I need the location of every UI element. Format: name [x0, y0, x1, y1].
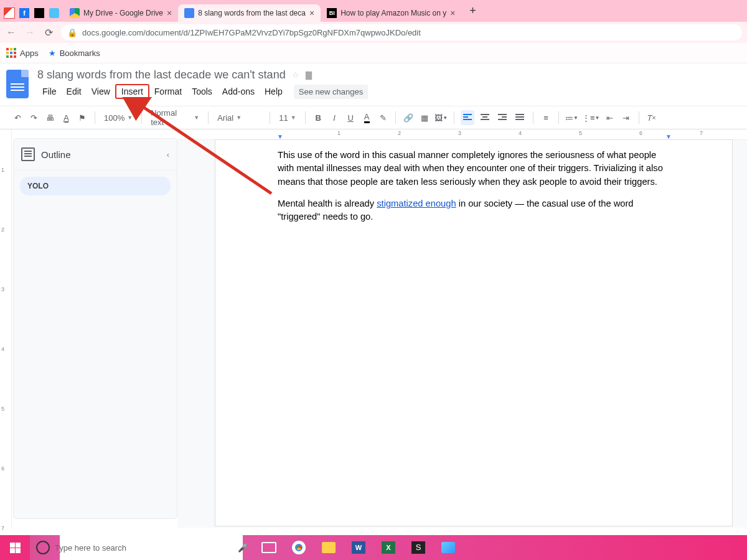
underline-button[interactable]: U: [344, 110, 357, 125]
styles-dropdown[interactable]: Normal text▼: [148, 108, 202, 127]
menu-edit[interactable]: Edit: [62, 84, 87, 99]
see-new-changes[interactable]: See new changes: [294, 85, 368, 99]
lock-icon: 🔒: [67, 28, 77, 37]
menu-file[interactable]: File: [37, 84, 62, 99]
hyperlink[interactable]: stigmatized enough: [377, 198, 456, 208]
address-bar: ← → ⟳ 🔒 docs.google.com/document/d/1ZPIw…: [0, 22, 747, 43]
insert-image-button[interactable]: 🖼▼: [435, 110, 448, 125]
taskbar-app-explorer[interactable]: [314, 535, 344, 560]
taskbar-app-generic[interactable]: S: [403, 535, 433, 560]
clear-formatting-button[interactable]: T×: [646, 110, 658, 125]
microphone-icon[interactable]: 🎤: [238, 543, 248, 553]
outline-item[interactable]: YOLO: [20, 177, 171, 195]
page-content[interactable]: This use of the word in this casual mann…: [215, 140, 676, 245]
photos-icon: [441, 542, 455, 553]
tab-docs[interactable]: 8 slang words from the last deca ×: [178, 4, 321, 22]
line-spacing-button[interactable]: ≡: [540, 110, 552, 125]
windows-logo-icon: [10, 543, 21, 553]
spellcheck-button[interactable]: A̲: [60, 110, 72, 125]
insert-link-button[interactable]: 🔗: [402, 110, 415, 125]
undo-button[interactable]: ↶: [11, 110, 24, 125]
bold-button[interactable]: B: [312, 110, 324, 125]
pinned-tab-app2[interactable]: [49, 4, 63, 22]
start-button[interactable]: [0, 535, 30, 560]
tab-drive[interactable]: My Drive - Google Drive ×: [63, 4, 178, 22]
pinned-tab-facebook[interactable]: f: [19, 4, 34, 22]
numbered-list-button[interactable]: ≔▼: [565, 110, 578, 125]
work-area: 1 2 3 4 5 6 7 Outline ‹ YOLO ▼ 1 2 3 4 5…: [0, 129, 747, 528]
redo-button[interactable]: ↷: [27, 110, 40, 125]
highlight-button[interactable]: ✎: [377, 110, 389, 125]
bulleted-list-button[interactable]: ⋮≡▼: [582, 110, 600, 125]
cortana-icon: [36, 541, 50, 554]
new-tab-button[interactable]: +: [465, 4, 480, 17]
collapse-outline-icon[interactable]: ‹: [167, 150, 169, 159]
menu-format[interactable]: Format: [149, 84, 187, 99]
pinned-tab-gmail[interactable]: [4, 4, 19, 22]
document-title[interactable]: 8 slang words from the last decade we ca…: [37, 68, 286, 82]
outline-title: Outline: [41, 149, 161, 160]
insert-comment-button[interactable]: ▦: [418, 110, 431, 125]
move-folder-icon[interactable]: ▇: [306, 70, 312, 80]
url-text: docs.google.com/document/d/1ZPIwEH7GPaM2…: [82, 28, 421, 37]
align-center-button[interactable]: [478, 110, 492, 125]
zoom-dropdown[interactable]: 100%▼: [101, 113, 135, 123]
increase-indent-button[interactable]: ⇥: [620, 110, 632, 125]
url-field[interactable]: 🔒 docs.google.com/document/d/1ZPIwEH7GPa…: [61, 24, 742, 40]
app-icon: S: [411, 541, 425, 554]
taskview-icon: [261, 542, 276, 553]
tab-title: My Drive - Google Drive: [83, 9, 163, 17]
task-view-button[interactable]: [254, 535, 284, 560]
paragraph[interactable]: Mental health is already stigmatized eno…: [278, 197, 664, 224]
pinned-tab-app1[interactable]: [34, 4, 49, 22]
document-page[interactable]: This use of the word in this casual mann…: [215, 139, 733, 526]
align-left-button[interactable]: [461, 110, 474, 125]
menu-addons[interactable]: Add-ons: [217, 84, 260, 99]
taskbar-app-excel[interactable]: X: [374, 535, 403, 560]
taskbar-app-word[interactable]: W: [344, 535, 374, 560]
taskbar-app-chrome[interactable]: [284, 535, 314, 560]
docs-icon: [184, 8, 194, 18]
bookmarks-shortcut[interactable]: ★ Bookmarks: [49, 49, 100, 58]
menu-bar: File Edit View Insert Format Tools Add-o…: [37, 84, 368, 99]
reload-button[interactable]: ⟳: [42, 27, 55, 39]
italic-button[interactable]: I: [328, 110, 341, 125]
align-right-button[interactable]: [496, 110, 509, 125]
search-placeholder: Type here to search: [55, 543, 126, 553]
outline-icon: [21, 147, 35, 161]
back-button[interactable]: ←: [5, 27, 17, 38]
print-button[interactable]: 🖶: [44, 110, 56, 125]
decrease-indent-button[interactable]: ⇤: [604, 110, 616, 125]
paragraph[interactable]: This use of the word in this casual mann…: [278, 149, 664, 189]
close-icon[interactable]: ×: [309, 8, 314, 18]
vertical-ruler: 1 2 3 4 5 6 7: [0, 129, 12, 528]
menu-help[interactable]: Help: [260, 84, 288, 99]
taskbar-app-photos[interactable]: [433, 535, 463, 560]
close-icon[interactable]: ×: [450, 8, 455, 18]
folder-icon: [322, 542, 336, 553]
chrome-icon: [292, 541, 306, 554]
apps-label: Apps: [20, 49, 39, 58]
menu-view[interactable]: View: [87, 84, 115, 99]
taskbar-search[interactable]: Type here to search 🎤: [30, 535, 254, 560]
text-color-button[interactable]: A: [360, 110, 373, 125]
star-document-icon[interactable]: ☆: [292, 70, 299, 80]
formatting-toolbar: ↶ ↷ 🖶 A̲ ⚑ 100%▼ Normal text▼ Arial▼ 11▼…: [0, 106, 747, 129]
gmail-icon: [4, 7, 15, 19]
windows-taskbar: Type here to search 🎤 W X S: [0, 535, 747, 560]
docs-logo-icon[interactable]: [6, 70, 29, 98]
word-icon: W: [352, 541, 365, 554]
app-icon: [49, 8, 59, 18]
close-icon[interactable]: ×: [167, 8, 172, 18]
facebook-icon: f: [19, 8, 29, 18]
menu-tools[interactable]: Tools: [187, 84, 217, 99]
paint-format-button[interactable]: ⚑: [76, 110, 88, 125]
tab-bi[interactable]: BI How to play Amazon Music on y ×: [321, 4, 461, 22]
forward-button[interactable]: →: [24, 27, 36, 38]
fontsize-dropdown[interactable]: 11▼: [276, 113, 299, 123]
menu-insert[interactable]: Insert: [115, 84, 149, 99]
apps-shortcut[interactable]: Apps: [6, 48, 39, 58]
app-icon: [34, 8, 44, 18]
font-dropdown[interactable]: Arial▼: [215, 113, 263, 123]
align-justify-button[interactable]: [513, 110, 527, 125]
